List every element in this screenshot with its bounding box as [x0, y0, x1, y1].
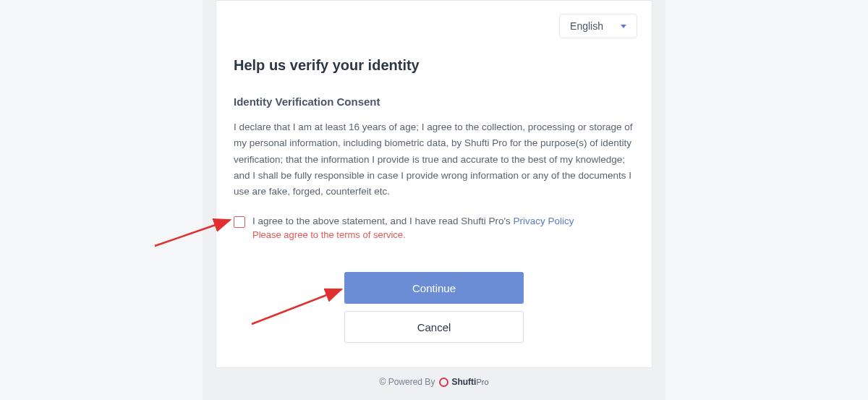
button-group: Continue Cancel [234, 272, 634, 343]
consent-checkbox[interactable] [234, 216, 245, 228]
modal-background: English Help us verify your identity Ide… [203, 0, 665, 400]
shufti-circle-icon [439, 378, 448, 387]
consent-text: I declare that I am at least 16 years of… [234, 119, 634, 200]
card-header: English [216, 1, 652, 38]
chevron-down-icon [621, 25, 626, 28]
page-title: Help us verify your identity [234, 57, 634, 74]
brand-bold: Shufti [451, 377, 476, 387]
powered-by-label: © Powered By [380, 377, 435, 387]
language-label: English [570, 20, 603, 32]
footer: © Powered By ShuftiPro [203, 368, 665, 399]
cancel-button[interactable]: Cancel [344, 311, 524, 343]
consent-checkbox-row: I agree to the above statement, and I ha… [234, 216, 634, 240]
brand-light: Pro [476, 378, 488, 386]
card-body: Help us verify your identity Identity Ve… [216, 38, 652, 367]
verification-card: English Help us verify your identity Ide… [216, 0, 652, 368]
consent-error: Please agree to the terms of service. [252, 229, 574, 240]
shufti-logo: ShuftiPro [439, 377, 488, 387]
consent-heading: Identity Verification Consent [234, 95, 634, 108]
continue-button[interactable]: Continue [344, 272, 524, 304]
privacy-policy-link[interactable]: Privacy Policy [514, 216, 574, 226]
consent-text-wrap: I agree to the above statement, and I ha… [252, 216, 574, 240]
agree-prefix: I agree to the above statement, and I ha… [252, 216, 514, 226]
agree-statement: I agree to the above statement, and I ha… [252, 216, 574, 226]
language-selector[interactable]: English [559, 14, 637, 38]
